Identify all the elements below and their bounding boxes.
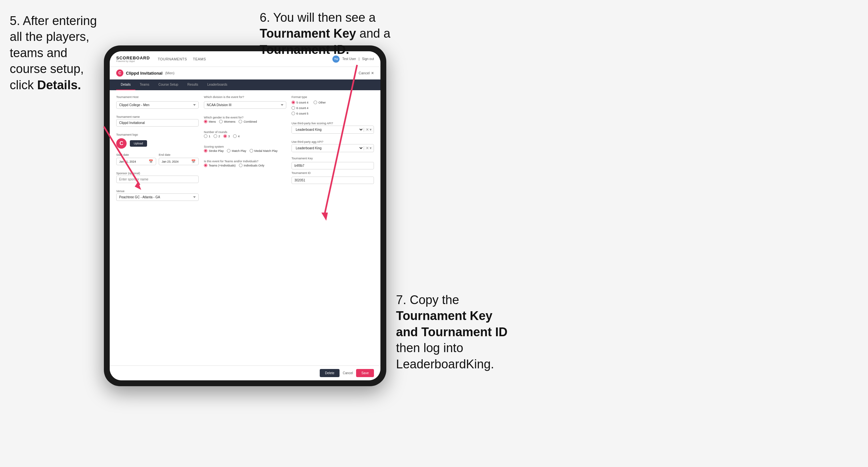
sponsor-input[interactable] xyxy=(116,176,199,183)
annotation-bottom-right: 7. Copy the Tournament Key and Tournamen… xyxy=(396,292,532,372)
round-3[interactable]: 3 xyxy=(223,134,230,138)
teams-plus-individuals[interactable]: Teams (+Individuals) xyxy=(204,163,236,167)
format-col-left: 5 count 4 6 count 4 6 count 5 xyxy=(291,101,308,115)
nav-teams[interactable]: TEAMS xyxy=(193,57,206,62)
end-date-input[interactable] xyxy=(162,160,191,163)
tournament-id-label: Tournament ID xyxy=(291,172,374,175)
format-6count4[interactable]: 6 count 4 xyxy=(291,106,308,110)
tournament-logo-label: Tournament logo xyxy=(116,133,138,136)
tournament-key-label: Tournament Key xyxy=(291,157,374,160)
annotation-top-right: 6. You will then see a Tournament Key an… xyxy=(260,10,438,58)
logo-sub: Powered by clippd xyxy=(116,60,150,62)
end-date-label: End date xyxy=(159,153,199,156)
cancel-link[interactable]: Cancel ✕ xyxy=(359,71,374,75)
scoring-radio-group: Stroke Play Match Play Medal Match Play xyxy=(204,149,286,153)
scoring-label: Scoring system xyxy=(204,145,224,148)
tournament-host-label: Tournament Host xyxy=(116,95,199,99)
tournament-title-row: C Clippd Invitational (Men) xyxy=(116,69,174,76)
gender-mens[interactable]: Mens xyxy=(204,120,216,123)
third-party-live-clear[interactable]: ✕ ▾ xyxy=(364,128,374,132)
tab-leaderboards[interactable]: Leaderboards xyxy=(203,80,232,90)
scoring-medal-match[interactable]: Medal Match Play xyxy=(250,149,278,153)
tournament-host-select[interactable]: Clippd College - Men xyxy=(116,101,199,109)
venue-select[interactable]: Peachtree GC - Atlanta - GA xyxy=(116,193,199,201)
tournament-name: Clippd Invitational xyxy=(126,71,163,75)
save-button[interactable]: Save xyxy=(356,369,374,377)
round-4[interactable]: 4 xyxy=(233,134,240,138)
end-date-wrapper: 📅 xyxy=(159,158,199,165)
division-label: Which division is the event for? xyxy=(204,95,286,99)
third-party-live-label: Use third-party live scoring API? xyxy=(291,122,333,125)
calendar-icon: 📅 xyxy=(149,159,153,163)
division-select[interactable]: NCAA Division III xyxy=(204,101,286,109)
middle-column: Which division is the event for? NCAA Di… xyxy=(204,95,286,201)
action-bar: Delete Cancel Save xyxy=(110,366,380,380)
gender-label: Which gender is the event for? xyxy=(204,116,244,119)
gender-radio-group: Mens Womens Combined xyxy=(204,120,286,123)
tournament-name-input[interactable] xyxy=(116,119,199,127)
third-party-agg-select[interactable]: Leaderboard King xyxy=(292,145,364,152)
app-logo: SCOREBOARD Powered by clippd xyxy=(116,56,150,62)
tab-teams[interactable]: Teams xyxy=(135,80,154,90)
third-party-agg-label: Use third-party agg API? xyxy=(291,140,323,144)
cancel-button[interactable]: Cancel xyxy=(343,371,353,375)
tournament-key-value: b4f8b7 xyxy=(291,162,374,169)
tournament-name-label: Tournament name xyxy=(116,115,140,119)
rounds-radio-group: 1 2 3 4 xyxy=(204,134,286,138)
format-6count5[interactable]: 6 count 5 xyxy=(291,112,308,115)
c-logo-icon: C xyxy=(116,69,123,76)
tournament-id-value: 302051 xyxy=(291,177,374,184)
start-date-field: Start date 📅 xyxy=(116,153,156,165)
upload-button[interactable]: Upload xyxy=(130,140,147,147)
tablet-frame: SCOREBOARD Powered by clippd TOURNAMENTS… xyxy=(104,45,386,386)
right-column: Format type 5 count 4 6 count 4 6 count … xyxy=(291,95,374,201)
venue-label: Venue xyxy=(116,189,125,193)
round-2[interactable]: 2 xyxy=(214,134,220,138)
third-party-agg-select-wrapper: Leaderboard King ✕ ▾ xyxy=(291,144,374,152)
teams-label: Is this event for Teams and/or Individua… xyxy=(204,160,258,163)
tournament-division: (Men) xyxy=(165,71,175,75)
individuals-only[interactable]: Individuals Only xyxy=(239,163,265,167)
tab-results[interactable]: Results xyxy=(183,80,203,90)
teams-radio-group: Teams (+Individuals) Individuals Only xyxy=(204,163,286,167)
tablet-screen: SCOREBOARD Powered by clippd TOURNAMENTS… xyxy=(110,51,380,380)
logo-preview: C xyxy=(116,138,127,149)
sponsor-label: Sponsor (optional) xyxy=(116,172,140,175)
end-date-field: End date 📅 xyxy=(159,153,199,165)
third-party-agg-clear[interactable]: ✕ ▾ xyxy=(364,146,374,150)
tabs-bar: Details Teams Course Setup Results Leade… xyxy=(110,80,380,90)
annotation-left: 5. After entering all the players, teams… xyxy=(10,13,111,93)
tournament-host-section: Tournament Host Clippd College - Men Tou… xyxy=(116,95,199,201)
content-area: Tournament Host Clippd College - Men Tou… xyxy=(110,90,380,366)
logo-text: SCOREBOARD xyxy=(116,56,150,60)
calendar-icon-end: 📅 xyxy=(191,159,196,163)
format-other[interactable]: Other xyxy=(314,101,326,104)
tournament-header: C Clippd Invitational (Men) Cancel ✕ xyxy=(110,67,380,80)
scoring-match[interactable]: Match Play xyxy=(227,149,246,153)
start-date-wrapper: 📅 xyxy=(116,158,156,165)
tab-details[interactable]: Details xyxy=(116,80,135,90)
format-5count4[interactable]: 5 count 4 xyxy=(291,101,308,104)
logo-upload-area: C Upload xyxy=(116,138,199,149)
nav-tournaments[interactable]: TOURNAMENTS xyxy=(158,57,187,62)
round-1[interactable]: 1 xyxy=(204,134,210,138)
start-date-label: Start date xyxy=(116,153,156,156)
format-type-label: Format type xyxy=(291,95,374,99)
format-radio-group: 5 count 4 6 count 4 6 count 5 Other xyxy=(291,101,374,115)
delete-button[interactable]: Delete xyxy=(320,369,340,377)
format-col-right: Other xyxy=(314,101,326,115)
gender-combined[interactable]: Combined xyxy=(239,120,257,123)
gender-womens[interactable]: Womens xyxy=(219,120,235,123)
rounds-label: Number of rounds xyxy=(204,130,227,134)
scoring-stroke[interactable]: Stroke Play xyxy=(204,149,224,153)
start-date-input[interactable] xyxy=(119,160,149,163)
third-party-live-select[interactable]: Leaderboard King xyxy=(292,126,364,133)
third-party-live-select-wrapper: Leaderboard King ✕ ▾ xyxy=(291,126,374,134)
tab-course-setup[interactable]: Course Setup xyxy=(154,80,183,90)
